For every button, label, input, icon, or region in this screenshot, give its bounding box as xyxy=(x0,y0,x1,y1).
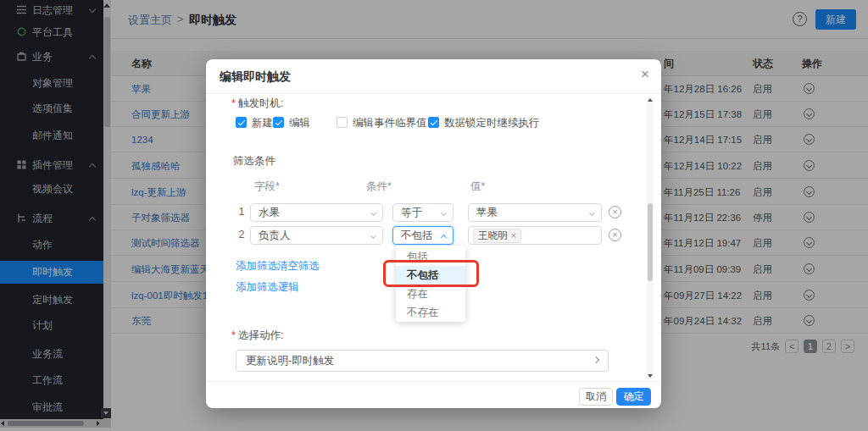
edit-instant-trigger-modal: 编辑即时触发 × *触发时机: 新建 编辑 编辑事件临界值 数据锁定时继续执行 … xyxy=(206,59,661,408)
chevron-down-icon xyxy=(370,210,376,216)
required-asterisk: * xyxy=(231,97,236,109)
add-filter-link[interactable]: 添加筛选 xyxy=(236,259,278,274)
required-asterisk: * xyxy=(231,329,236,341)
filter-header-value: 值* xyxy=(470,180,485,194)
remove-filter-row-icon[interactable]: × xyxy=(609,206,621,218)
tag-close-icon[interactable]: × xyxy=(511,230,517,240)
divider xyxy=(206,381,661,382)
app-screen: 日志管理 平台工具 业务 对象管理 选项值集 邮件通知 插件管理 视频会议 流程… xyxy=(0,0,868,431)
remove-filter-row-icon[interactable]: × xyxy=(609,229,621,241)
condition-select-2[interactable]: 不包括 xyxy=(392,226,453,245)
scroll-up-arrow-icon[interactable] xyxy=(648,98,653,102)
value-tag: 王晓明× xyxy=(473,229,521,243)
filter-header-condition: 条件* xyxy=(366,180,392,194)
confirm-button[interactable]: 确定 xyxy=(616,388,651,406)
filter-header-field: 字段* xyxy=(254,180,280,194)
add-filter-logic-link[interactable]: 添加筛选逻辑 xyxy=(236,280,299,295)
action-value: 更新说明-即时触发 xyxy=(246,355,334,367)
filter-row-index: 1 xyxy=(236,206,247,218)
field-select-2[interactable]: 负责人 xyxy=(250,226,383,245)
chevron-down-icon xyxy=(589,210,595,216)
dropdown-option-not-include[interactable]: 不包括 xyxy=(396,266,465,285)
filter-row-index: 2 xyxy=(236,229,247,240)
checkbox-icon[interactable] xyxy=(337,117,348,128)
modal-body-scrollbar[interactable] xyxy=(647,97,654,379)
checkbox-label: 新建 xyxy=(252,117,273,129)
condition-dropdown: 包括 不包括 存在 不存在 xyxy=(396,246,465,322)
checkbox-label: 数据锁定时继续执行 xyxy=(444,117,540,129)
close-icon[interactable]: × xyxy=(641,66,649,83)
filter-section-title: 筛选条件 xyxy=(233,154,275,169)
checkbox-label: 编辑事件临界值 xyxy=(353,117,427,129)
chevron-up-icon xyxy=(441,235,447,240)
modal-title: 编辑即时触发 xyxy=(220,69,291,85)
cancel-button[interactable]: 取消 xyxy=(579,388,613,406)
field-select-1[interactable]: 水果 xyxy=(250,203,383,222)
checkbox-icon[interactable] xyxy=(273,117,284,128)
checkbox-icon[interactable] xyxy=(428,117,439,128)
divider xyxy=(206,93,661,94)
checkbox-new[interactable]: 新建 xyxy=(236,117,273,130)
scroll-down-arrow-icon[interactable] xyxy=(648,374,653,378)
value-select-1[interactable]: 苹果 xyxy=(468,203,602,222)
condition-select-1[interactable]: 等于 xyxy=(392,203,453,222)
checkbox-continue-when-locked[interactable]: 数据锁定时继续执行 xyxy=(428,117,540,130)
checkbox-edit[interactable]: 编辑 xyxy=(273,117,310,130)
clear-filter-link[interactable]: 清空筛选 xyxy=(277,259,320,274)
dropdown-option-exists[interactable]: 存在 xyxy=(396,285,465,303)
chevron-down-icon xyxy=(370,233,376,239)
scrollbar-thumb[interactable] xyxy=(648,203,653,281)
dropdown-option-not-exists[interactable]: 不存在 xyxy=(396,303,465,322)
dropdown-option-include[interactable]: 包括 xyxy=(396,247,465,266)
select-action-label: *选择动作: xyxy=(231,329,283,343)
checkbox-edit-event-threshold[interactable]: 编辑事件临界值 xyxy=(337,117,427,130)
checkbox-icon[interactable] xyxy=(236,117,247,128)
action-picker-input[interactable]: 更新说明-即时触发 xyxy=(236,350,609,372)
chevron-right-icon xyxy=(593,356,599,363)
checkbox-label: 编辑 xyxy=(289,117,310,129)
chevron-down-icon xyxy=(441,210,447,216)
value-select-2[interactable]: 王晓明× xyxy=(468,226,602,245)
trigger-timing-label: *触发时机: xyxy=(231,97,283,111)
